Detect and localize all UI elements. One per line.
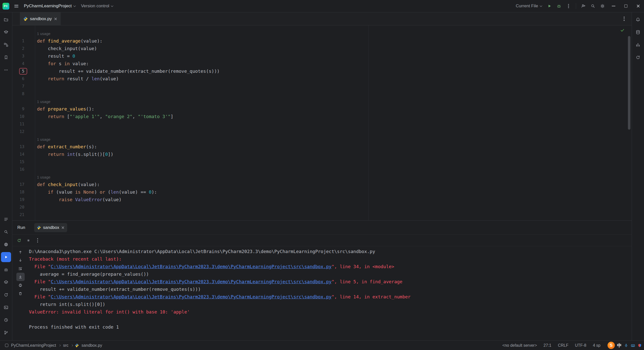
breadcrumb-project[interactable]: PyCharmLearningProject xyxy=(11,343,57,348)
line-number[interactable]: 8 xyxy=(12,90,35,98)
history-tool-button[interactable] xyxy=(1,315,11,325)
run-config-button[interactable]: Current File xyxy=(513,2,544,10)
line-separator-widget[interactable]: CRLF xyxy=(558,343,569,348)
line-number[interactable]: 13 xyxy=(12,143,35,151)
terminal-tool-button[interactable] xyxy=(1,302,11,312)
code-line[interactable]: 20 xyxy=(12,203,632,211)
code-line[interactable]: 8 xyxy=(12,90,632,98)
breadcrumb-file[interactable]: sandbox.py xyxy=(81,343,103,348)
learn-tool-button[interactable] xyxy=(1,27,11,37)
run-tab-sandbox[interactable]: sandbox xyxy=(34,223,67,232)
line-number[interactable]: 1 xyxy=(12,37,35,45)
line-number[interactable]: 6 xyxy=(12,75,35,83)
chinese-input-icon[interactable]: 中 xyxy=(617,342,622,348)
line-number[interactable]: 7 xyxy=(12,83,35,90)
code-line[interactable]: 2 check_input(value) xyxy=(12,45,632,52)
caret-position-widget[interactable]: 27:1 xyxy=(544,343,551,348)
line-number[interactable]: 21 xyxy=(12,211,35,219)
code-with-me-button[interactable] xyxy=(579,2,588,11)
maximize-button[interactable] xyxy=(620,0,632,12)
console-output[interactable]: D:\Anaconda3\python.exe C:\Users\Adminis… xyxy=(28,246,632,340)
inlay-hint-row[interactable]: 1 usage xyxy=(12,173,632,181)
code-line[interactable]: 5 result += validate_number(extract_numb… xyxy=(12,67,632,75)
line-number[interactable]: 5 xyxy=(12,67,35,75)
notifications-button[interactable] xyxy=(633,15,643,25)
sync-button[interactable] xyxy=(633,52,643,62)
clear-console-button[interactable] xyxy=(16,289,25,298)
debug-button[interactable] xyxy=(554,2,564,11)
more-tools-button[interactable] xyxy=(1,65,11,75)
code-line[interactable]: 6 return result / len(value) xyxy=(12,75,632,83)
debug-tool-button[interactable] xyxy=(1,265,11,275)
stacktrace-link[interactable]: C:\Users\Administrator\AppData\Local\Jet… xyxy=(51,279,332,284)
database-button[interactable] xyxy=(633,27,643,37)
line-number[interactable]: 2 xyxy=(12,45,35,52)
structure-tool-button[interactable] xyxy=(1,40,11,50)
inlay-hint-row[interactable]: 1 usage xyxy=(12,135,632,143)
version-control-tool-button[interactable] xyxy=(1,328,11,338)
search-everywhere-button[interactable] xyxy=(588,2,597,11)
sogou-logo-icon[interactable]: S xyxy=(608,342,615,349)
keyboard-icon[interactable] xyxy=(631,343,635,348)
line-number[interactable]: 4 xyxy=(12,60,35,67)
console-options-button[interactable] xyxy=(33,236,42,244)
project-tool-button[interactable] xyxy=(1,15,11,25)
line-number[interactable]: 9 xyxy=(12,105,35,113)
more-actions-button[interactable] xyxy=(564,2,573,11)
version-control-button[interactable]: Version control xyxy=(78,2,115,10)
line-number[interactable]: 14 xyxy=(12,151,35,158)
code-line[interactable]: 15 xyxy=(12,158,632,166)
project-selector-button[interactable]: PyCharmLearningProject xyxy=(21,2,78,10)
code-line[interactable]: 9def prepare_values(): xyxy=(12,105,632,113)
run-tool-button[interactable] xyxy=(1,252,11,262)
minimize-button[interactable] xyxy=(608,0,619,12)
close-button[interactable] xyxy=(632,0,644,12)
find-tool-button[interactable] xyxy=(1,227,11,237)
inlay-hint-row[interactable]: 1 usage xyxy=(12,30,632,37)
code-line[interactable]: 14 return int(s.split()[0]) xyxy=(12,151,632,158)
inlay-hint-row[interactable]: 1 usage xyxy=(12,98,632,105)
line-number[interactable]: 15 xyxy=(12,158,35,166)
editor-tab-sandbox[interactable]: sandbox.py xyxy=(20,12,61,25)
editor-options-button[interactable] xyxy=(620,14,629,23)
soft-wrap-button[interactable] xyxy=(16,264,25,273)
code-line[interactable]: 7 xyxy=(12,83,632,90)
sciview-button[interactable] xyxy=(633,40,643,50)
next-stacktrace-button[interactable] xyxy=(16,256,25,264)
code-line[interactable]: 3 result = 0 xyxy=(12,52,632,60)
prev-stacktrace-button[interactable] xyxy=(16,248,25,256)
line-number[interactable]: 16 xyxy=(12,166,35,173)
close-icon[interactable] xyxy=(61,226,64,229)
breadcrumb-src[interactable]: src xyxy=(63,343,69,348)
code-line[interactable]: 17def check_input(value): xyxy=(12,181,632,188)
code-line[interactable]: 18 if (value is None) or (len(value) == … xyxy=(12,188,632,196)
services-tool-button[interactable] xyxy=(1,277,11,287)
code-line[interactable]: 11 xyxy=(12,120,632,128)
line-number[interactable]: 10 xyxy=(12,113,35,120)
stop-button[interactable] xyxy=(24,236,32,244)
editor-scrollbar[interactable] xyxy=(628,36,630,130)
code-line[interactable]: 13def extract_number(s): xyxy=(12,143,632,151)
close-icon[interactable] xyxy=(54,17,57,20)
line-number[interactable]: 3 xyxy=(12,52,35,60)
mic-icon[interactable] xyxy=(624,343,628,348)
encoding-widget[interactable]: UTF-8 xyxy=(575,343,586,348)
stacktrace-link[interactable]: C:\Users\Administrator\AppData\Local\Jet… xyxy=(51,294,332,299)
code-line[interactable]: 12 xyxy=(12,128,632,135)
line-number[interactable]: 20 xyxy=(12,203,35,211)
code-line[interactable]: 4 for s in value: xyxy=(12,60,632,67)
line-number[interactable]: 18 xyxy=(12,188,35,196)
code-line[interactable]: 1def find_average(value): xyxy=(12,37,632,45)
code-line[interactable]: 19 raise ValueError(value) xyxy=(12,196,632,203)
line-number[interactable]: 17 xyxy=(12,181,35,188)
inspections-widget[interactable] xyxy=(619,27,626,33)
scroll-to-end-button[interactable] xyxy=(16,273,25,281)
server-widget[interactable]: <no default server> xyxy=(502,343,537,348)
rerun-button[interactable] xyxy=(15,236,23,244)
todo-tool-button[interactable] xyxy=(1,214,11,224)
settings-button[interactable] xyxy=(598,2,607,11)
python-console-tool-button[interactable] xyxy=(1,290,11,300)
pycharm-logo[interactable]: PC xyxy=(3,3,9,10)
line-number[interactable]: 19 xyxy=(12,196,35,203)
indent-widget[interactable]: 4 sp xyxy=(593,343,600,348)
